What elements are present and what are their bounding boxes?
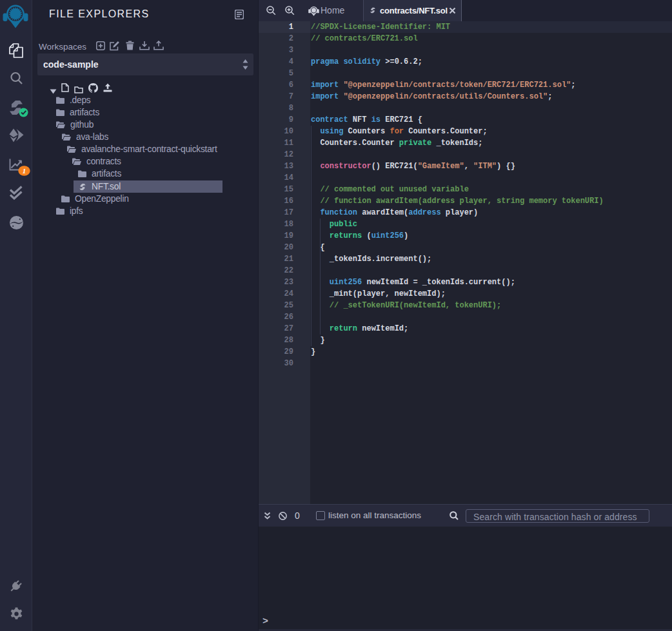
svg-text:1: 1 (23, 167, 26, 175)
